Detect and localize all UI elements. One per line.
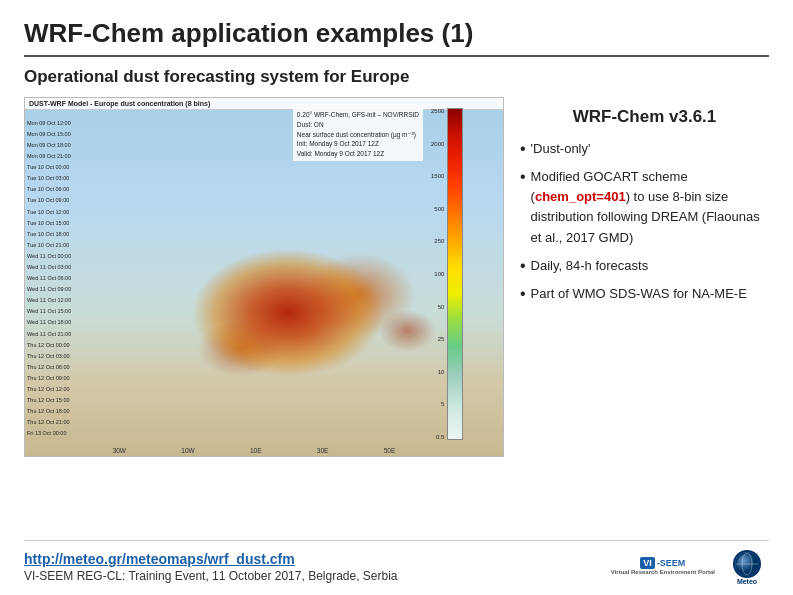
time-item: Mon 09 Oct 21:00: [27, 154, 82, 160]
map-image: DUST-WRF Model - Europe dust concentrati…: [25, 98, 503, 456]
page-subtitle: Operational dust forecasting system for …: [24, 67, 769, 87]
list-item: • Part of WMO SDS-WAS for NA-ME-E: [520, 284, 769, 304]
time-item: Thu 12 Oct 09:00: [27, 376, 82, 382]
time-item: Wed 11 Oct 00:00: [27, 254, 82, 260]
bullet-icon: •: [520, 167, 526, 186]
footer-link[interactable]: http://meteo.gr/meteomaps/wrf_dust.cfm: [24, 551, 398, 567]
page: WRF-Chem application examples (1) Operat…: [0, 0, 793, 595]
model-label: DUST-WRF Model - Europe dust concentrati…: [29, 100, 210, 107]
map-config: 0.20° WRF-Chem, GFS-init – NOV/RRSID: [297, 110, 419, 120]
viseem-logo: VI -SEEM Virtual Research Environment Po…: [611, 557, 715, 576]
time-item: Wed 11 Oct 12:00: [27, 298, 82, 304]
title-divider: [24, 55, 769, 57]
footer: http://meteo.gr/meteomaps/wrf_dust.cfm V…: [24, 540, 769, 585]
viseem-sub: Virtual Research Environment Portal: [611, 569, 715, 576]
time-item: Thu 12 Oct 12:00: [27, 387, 82, 393]
seem-text: -SEEM: [657, 558, 686, 568]
footer-event: VI-SEEM REG-CL: Training Event, 11 Octob…: [24, 569, 398, 583]
list-item: • 'Dust-only': [520, 139, 769, 159]
time-item: Thu 12 Oct 06:00: [27, 365, 82, 371]
legend-labels: 2500 2000 1500 500 250 100 50 25 10 5 0.…: [431, 108, 444, 440]
time-item: Wed 11 Oct 09:00: [27, 287, 82, 293]
meteo-logo: Meteo: [725, 549, 769, 585]
viseem-logo-top: VI -SEEM: [640, 557, 685, 569]
time-item: Mon 09 Oct 12:00: [27, 121, 82, 127]
time-item: Tue 10 Oct 18:00: [27, 232, 82, 238]
page-title: WRF-Chem application examples (1): [24, 18, 769, 49]
time-item: Tue 10 Oct 09:00: [27, 198, 82, 204]
time-item: Tue 10 Oct 15:00: [27, 221, 82, 227]
time-item: Thu 12 Oct 18:00: [27, 409, 82, 415]
version-title: WRF-Chem v3.6.1: [520, 107, 769, 127]
time-item: Thu 12 Oct 21:00: [27, 420, 82, 426]
bullet-text-1: 'Dust-only': [531, 139, 769, 159]
map-dust: Dust: ON: [297, 120, 419, 130]
meteo-label: Meteo: [737, 578, 757, 585]
time-item: Wed 11 Oct 15:00: [27, 309, 82, 315]
time-item: Thu 12 Oct 03:00: [27, 354, 82, 360]
vi-box: VI: [640, 557, 655, 569]
time-item: Mon 09 Oct 15:00: [27, 132, 82, 138]
bullet-icon: •: [520, 139, 526, 158]
time-item: Wed 11 Oct 06:00: [27, 276, 82, 282]
time-item: Tue 10 Oct 21:00: [27, 243, 82, 249]
time-item: Fri 13 Oct 00:00: [27, 431, 82, 437]
map-timelist: Mon 09 Oct 12:00 Mon 09 Oct 15:00 Mon 09…: [27, 118, 82, 440]
time-item: Wed 11 Oct 21:00: [27, 332, 82, 338]
highlight-chem-opt: chem_opt=401: [535, 189, 626, 204]
time-item: Tue 10 Oct 00:00: [27, 165, 82, 171]
time-item: Thu 12 Oct 00:00: [27, 343, 82, 349]
footer-logos: VI -SEEM Virtual Research Environment Po…: [611, 549, 769, 585]
meteo-globe-icon: [733, 550, 761, 578]
time-item: Wed 11 Oct 18:00: [27, 320, 82, 326]
bullet-text-3: Daily, 84-h forecasts: [531, 256, 769, 276]
time-item: Tue 10 Oct 12:00: [27, 210, 82, 216]
time-item: Thu 12 Oct 15:00: [27, 398, 82, 404]
bullet-list: • 'Dust-only' • Modified GOCART scheme (…: [520, 139, 769, 312]
bullet-icon: •: [520, 284, 526, 303]
map-legend: 2500 2000 1500 500 250 100 50 25 10 5 0.…: [431, 108, 499, 440]
list-item: • Modified GOCART scheme (chem_opt=401) …: [520, 167, 769, 248]
map-info: 0.20° WRF-Chem, GFS-init – NOV/RRSID Dus…: [293, 108, 423, 161]
info-panel: WRF-Chem v3.6.1 • 'Dust-only' • Modified…: [520, 97, 769, 312]
time-item: Mon 09 Oct 18:00: [27, 143, 82, 149]
bullet-text-4: Part of WMO SDS-WAS for NA-ME-E: [531, 284, 769, 304]
time-item: Tue 10 Oct 06:00: [27, 187, 82, 193]
time-item: Tue 10 Oct 03:00: [27, 176, 82, 182]
list-item: • Daily, 84-h forecasts: [520, 256, 769, 276]
map-valid: Valid: Monday 9 Oct 2017 12Z: [297, 149, 419, 159]
map-x-labels: 30W 10W 10E 30E 50E: [85, 447, 423, 454]
bullet-icon: •: [520, 256, 526, 275]
time-item: Wed 11 Oct 03:00: [27, 265, 82, 271]
content-row: DUST-WRF Model - Europe dust concentrati…: [24, 97, 769, 540]
footer-left: http://meteo.gr/meteomaps/wrf_dust.cfm V…: [24, 551, 398, 583]
map-container: DUST-WRF Model - Europe dust concentrati…: [24, 97, 504, 457]
legend-color-bar: [447, 108, 463, 440]
map-variable: Near surface dust concentration (μg m⁻³): [297, 130, 419, 140]
map-init: Init: Monday 9 Oct 2017 12Z: [297, 139, 419, 149]
bullet-text-2: Modified GOCART scheme (chem_opt=401) to…: [531, 167, 769, 248]
